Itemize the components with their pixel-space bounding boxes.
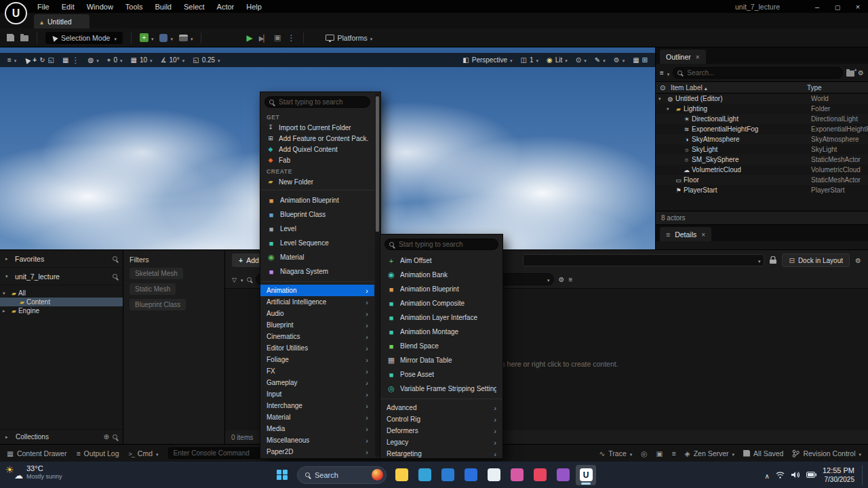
- outliner-row[interactable]: ▭ Floor StaticMeshActor: [656, 175, 868, 185]
- platforms-dropdown[interactable]: Platforms: [326, 34, 372, 42]
- battery-icon[interactable]: [806, 472, 816, 478]
- close-icon[interactable]: [701, 230, 705, 239]
- menu-item[interactable]: + Aim Offset: [380, 253, 502, 268]
- scrollbar-thumb[interactable]: [376, 96, 379, 232]
- menu-item[interactable]: ▦ Mirror Data Table: [380, 353, 502, 367]
- wifi-icon[interactable]: [776, 471, 785, 479]
- menu-item[interactable]: ■ Animation Blueprint: [380, 282, 502, 296]
- outliner-row[interactable]: ≋ ExponentialHeightFog ExponentialHeight…: [656, 124, 868, 134]
- expander-icon[interactable]: [5, 256, 12, 262]
- category-item[interactable]: Material: [260, 411, 374, 423]
- expander-icon[interactable]: [3, 308, 9, 314]
- taskbar-app-photos[interactable]: [507, 465, 527, 485]
- outliner-row[interactable]: ◑ SkyAtmosphere SkyAtmosphere: [656, 134, 868, 144]
- layout-grid-icon[interactable]: [633, 56, 639, 64]
- world-local-toggle[interactable]: [85, 53, 102, 67]
- visibility-column-icon[interactable]: [660, 84, 671, 92]
- taskbar-search[interactable]: Search: [297, 466, 387, 484]
- blueprints-button[interactable]: [159, 34, 173, 42]
- weather-widget[interactable]: ☀☁ 33°C Mostly sunny: [5, 464, 62, 481]
- expander-icon[interactable]: [5, 434, 12, 440]
- dock-in-layout-button[interactable]: Dock in Layout: [782, 253, 850, 267]
- new-folder-icon[interactable]: [846, 70, 854, 77]
- unreal-logo-icon[interactable]: [5, 2, 27, 24]
- gear-icon[interactable]: [858, 69, 864, 77]
- taskbar-app-file-explorer[interactable]: [391, 465, 412, 485]
- filter-pill[interactable]: Blueprint Class: [130, 299, 186, 310]
- menu-item[interactable]: ■ Pose Asset: [380, 367, 502, 382]
- folder-tree-item[interactable]: ▰ All: [0, 289, 123, 298]
- submenu-group-item[interactable]: Retargeting: [380, 448, 502, 459]
- taskbar-app-edge[interactable]: [414, 465, 435, 485]
- outliner-search-input[interactable]: [673, 67, 843, 79]
- menu-item[interactable]: ◆ Add Quixel Content: [260, 144, 374, 155]
- category-item[interactable]: FX: [260, 365, 374, 377]
- menu-item[interactable]: Select: [178, 3, 211, 11]
- category-item[interactable]: Blueprint: [260, 319, 374, 331]
- menu-item[interactable]: ▰ New Folder: [260, 176, 374, 187]
- grid-icon[interactable]: [62, 56, 68, 64]
- search-icon[interactable]: [113, 256, 117, 261]
- menu-item[interactable]: Edit: [56, 3, 81, 11]
- path-dropdown[interactable]: [523, 254, 764, 266]
- outliner-row[interactable]: ◍ Untitled (Editor) World: [656, 94, 868, 104]
- menu-item[interactable]: ↧ Import to Current Folder: [260, 122, 374, 133]
- close-icon[interactable]: [848, 3, 868, 11]
- maximize-icon[interactable]: [827, 3, 848, 11]
- filter-pill[interactable]: Skeletal Mesh: [130, 268, 183, 279]
- cinematics-button[interactable]: [179, 34, 193, 42]
- column-item-label[interactable]: Item Label: [671, 84, 807, 92]
- menu-item[interactable]: Window: [81, 3, 119, 11]
- skip-frame-icon[interactable]: [259, 34, 268, 42]
- category-item[interactable]: Foliage: [260, 354, 374, 365]
- menu-item[interactable]: ■ Animation Blueprint: [260, 193, 374, 207]
- search-icon[interactable]: [113, 274, 117, 279]
- add-actor-button[interactable]: [140, 33, 154, 42]
- minimize-icon[interactable]: [807, 3, 827, 11]
- scale-snap-control[interactable]: 0.25: [189, 53, 223, 67]
- output-log-button[interactable]: Output Log: [76, 449, 119, 458]
- favorites-section[interactable]: Favorites: [0, 250, 123, 268]
- menu-item[interactable]: ■ Niagara System: [260, 264, 374, 279]
- menu-item[interactable]: Actor: [211, 3, 241, 11]
- insights-icon[interactable]: [641, 449, 647, 458]
- play-icon[interactable]: [246, 33, 252, 43]
- outliner-row[interactable]: ▰ Lighting Folder: [656, 104, 868, 114]
- project-section[interactable]: unit_7_lecture: [0, 268, 123, 285]
- save-status[interactable]: All Saved: [743, 449, 783, 458]
- show-desktop-button[interactable]: [862, 465, 864, 485]
- menu-item[interactable]: ■ Animation Montage: [380, 325, 502, 339]
- select-tool-icon[interactable]: [24, 56, 31, 64]
- category-item[interactable]: Artificial Intelligence: [260, 296, 374, 308]
- category-item[interactable]: Miscellaneous: [260, 434, 374, 446]
- maximize-viewport-icon[interactable]: [642, 56, 648, 64]
- scale-tool-icon[interactable]: [48, 56, 54, 64]
- menu-item[interactable]: ■ Level: [260, 222, 374, 236]
- menu-item[interactable]: Tools: [119, 3, 149, 11]
- menu-item[interactable]: ◎ Variable Frame Stripping Settings: [380, 382, 502, 396]
- outliner-row[interactable]: ☁ VolumetricCloud VolumetricCloud: [656, 165, 868, 175]
- browse-icon[interactable]: [20, 35, 28, 41]
- menu-item[interactable]: ■ Animation Composite: [380, 296, 502, 310]
- category-item[interactable]: Physics: [260, 458, 374, 459]
- rotate-tool-icon[interactable]: [39, 56, 45, 64]
- outliner-filter-icon[interactable]: [660, 69, 664, 77]
- play-options-icon[interactable]: [287, 33, 295, 43]
- save-icon[interactable]: [7, 34, 14, 41]
- menu-item[interactable]: ■ Level Sequence: [260, 236, 374, 250]
- chevron-down-icon[interactable]: [667, 66, 670, 79]
- menu-item[interactable]: ■ Blend Space: [380, 339, 502, 353]
- zen-server-dropdown[interactable]: Zen Server: [685, 449, 735, 458]
- view-mode-dropdown[interactable]: Lit: [543, 56, 571, 64]
- stop-icon[interactable]: [274, 33, 281, 42]
- tab-level-untitled[interactable]: Untitled: [34, 14, 90, 28]
- menu-item[interactable]: File: [31, 3, 56, 11]
- outliner-row[interactable]: ⚑ PlayerStart PlayerStart: [656, 185, 868, 195]
- submenu-group-item[interactable]: Control Rig: [380, 413, 502, 425]
- expander-icon[interactable]: [667, 106, 673, 112]
- menu-search-input[interactable]: [264, 96, 370, 108]
- save-search-icon[interactable]: [547, 276, 550, 283]
- menu-item[interactable]: ⊞ Add Feature or Content Pack...: [260, 133, 374, 144]
- show-flags-dropdown[interactable]: [572, 56, 590, 64]
- column-type[interactable]: Type: [807, 84, 864, 92]
